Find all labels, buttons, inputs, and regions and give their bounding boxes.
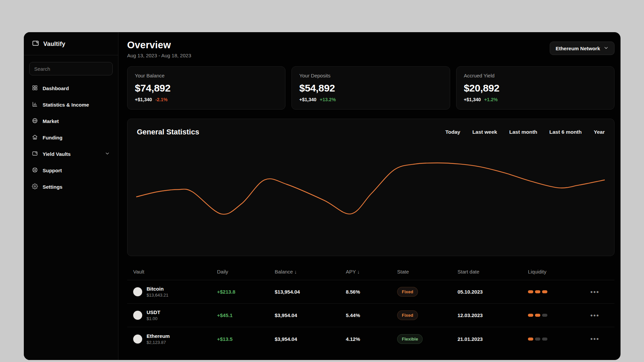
- stat-label: Accrued Yield: [464, 73, 607, 78]
- sidebar-item-label: Dashboard: [43, 85, 69, 91]
- sidebar-item-support[interactable]: Support: [24, 162, 118, 179]
- table-row-ethereum[interactable]: Ethereum $2,123.87 +$13.5 $3,954.04 4.12…: [127, 327, 614, 351]
- filter-last-week[interactable]: Last week: [472, 129, 497, 135]
- apy-value: 8.56%: [346, 289, 397, 295]
- liquidity-indicator: [528, 338, 590, 341]
- filter-last-month[interactable]: Last month: [509, 129, 537, 135]
- stat-delta: +$1,340: [464, 97, 481, 102]
- stat-card-accrued-yield: Accrued Yield $20,892 +$1,340 +1.2%: [456, 66, 614, 110]
- liquidity-pill-inactive: [542, 338, 547, 341]
- liquidity-pill-active: [542, 290, 547, 293]
- date-range: Aug 13, 2023 - Aug 18, 2023: [127, 53, 191, 58]
- coin-name: Ethereum: [147, 333, 170, 339]
- sidebar-item-label: Settings: [43, 184, 62, 190]
- chevron-down-icon: [603, 45, 609, 52]
- filter-today[interactable]: Today: [445, 129, 461, 135]
- page-title: Overview: [127, 40, 191, 51]
- general-statistics-panel: General Statistics Today Last week Last …: [127, 119, 614, 256]
- liquidity-pill-inactive: [535, 338, 540, 341]
- liquidity-indicator: [528, 314, 590, 317]
- start-date-value: 21.01.2023: [458, 336, 528, 342]
- daily-value: +$13.5: [217, 336, 275, 342]
- stat-delta: +$1,340: [135, 97, 152, 102]
- coin-name: Bitcoin: [147, 286, 168, 292]
- liquidity-pill-active: [535, 290, 540, 293]
- time-filters: Today Last week Last month Last 6 month …: [445, 129, 605, 135]
- sidebar-item-settings[interactable]: Settings: [24, 179, 118, 195]
- coin-price: $2,123.87: [147, 340, 170, 345]
- row-actions-button[interactable]: •••: [590, 314, 614, 317]
- sidebar-item-statistics-income[interactable]: Statistics & Income: [24, 97, 118, 113]
- daily-value: +$45.1: [217, 312, 275, 318]
- stat-percent: -2.1%: [155, 97, 168, 102]
- balance-value: $3,954.04: [275, 312, 346, 318]
- sidebar-item-label: Yield Vaults: [43, 151, 71, 157]
- stat-value: $54,892: [299, 82, 442, 94]
- coin-price: $13,643.21: [147, 293, 168, 298]
- sidebar: Vaultify Dashboard: [24, 32, 118, 360]
- page-header: Overview Aug 13, 2023 - Aug 18, 2023 Eth…: [127, 40, 614, 58]
- sidebar-item-market[interactable]: Market: [24, 113, 118, 129]
- sidebar-item-dashboard[interactable]: Dashboard: [24, 80, 118, 97]
- column-header-balance[interactable]: Balance ↓: [275, 269, 346, 275]
- app-panel: Vaultify Dashboard: [24, 32, 621, 360]
- row-actions-button[interactable]: •••: [590, 337, 614, 341]
- column-header-daily[interactable]: Daily: [217, 269, 275, 275]
- start-date-value: 12.03.2023: [458, 312, 528, 318]
- sidebar-item-label: Market: [43, 118, 59, 124]
- search-input[interactable]: [34, 66, 108, 72]
- logo: Vaultify: [24, 32, 118, 55]
- state-badge: Flexible: [397, 334, 423, 344]
- row-actions-button[interactable]: •••: [590, 290, 614, 294]
- liquidity-indicator: [528, 290, 590, 293]
- column-header-start-date[interactable]: Start date: [458, 269, 528, 275]
- stat-card-balance: Your Balance $74,892 +$1,340 -2.1%: [127, 66, 285, 110]
- stat-cards-row: Your Balance $74,892 +$1,340 -2.1% Your …: [127, 66, 614, 110]
- sidebar-item-funding[interactable]: Funding: [24, 129, 118, 146]
- apy-value: 4.12%: [346, 336, 397, 342]
- daily-value: +$213.8: [217, 289, 275, 295]
- liquidity-pill-active: [528, 290, 533, 293]
- column-header-apy[interactable]: APY ↓: [346, 269, 397, 275]
- table-row-bitcoin[interactable]: Bitcoin $13,643.21 +$213.8 $13,954.04 8.…: [127, 280, 614, 304]
- statistics-line-chart: [136, 155, 605, 219]
- sort-down-icon: ↓: [357, 269, 360, 275]
- state-badge: Fixed: [397, 310, 418, 320]
- vaults-table: Vault Daily Balance ↓ APY ↓ State Start …: [127, 263, 614, 351]
- start-date-value: 05.10.2023: [458, 289, 528, 295]
- bar-chart-icon: [32, 101, 38, 108]
- stat-delta: +$1,340: [299, 97, 316, 102]
- stat-card-deposits: Your Deposits $54,892 +$1,340 +13.2%: [291, 66, 450, 110]
- coin-avatar: [133, 287, 142, 296]
- stat-label: Your Balance: [135, 73, 278, 78]
- coin-name: USDT: [147, 309, 160, 315]
- coin-price: $1.00: [147, 316, 160, 321]
- stat-value: $20,892: [464, 82, 607, 94]
- network-selector-button[interactable]: Ethereum Network: [550, 42, 614, 55]
- sidebar-item-label: Statistics & Income: [43, 102, 89, 108]
- chevron-down-icon[interactable]: [105, 151, 110, 157]
- sidebar-item-yield-vaults[interactable]: Yield Vaults: [24, 146, 118, 162]
- dashboard-grid-icon: [32, 85, 38, 92]
- filter-last-6-month[interactable]: Last 6 month: [549, 129, 582, 135]
- sidebar-item-label: Support: [43, 168, 62, 173]
- globe-icon: [32, 118, 38, 125]
- filter-year[interactable]: Year: [594, 129, 605, 135]
- column-header-vault[interactable]: Vault: [133, 269, 217, 275]
- life-buoy-icon: [32, 167, 38, 174]
- main-content: Overview Aug 13, 2023 - Aug 18, 2023 Eth…: [119, 32, 621, 360]
- table-row-usdt[interactable]: USDT $1.00 +$45.1 $3,954.04 5.44% Fixed …: [127, 304, 614, 327]
- house-icon: [32, 134, 38, 141]
- liquidity-pill-active: [528, 338, 533, 341]
- sidebar-nav: Dashboard Statistics & Income Market: [24, 80, 118, 195]
- column-header-state[interactable]: State: [397, 269, 458, 275]
- wallet-icon: [32, 150, 38, 158]
- stat-percent: +1.2%: [484, 97, 498, 102]
- table-header-row: Vault Daily Balance ↓ APY ↓ State Start …: [127, 263, 614, 280]
- search-box[interactable]: [29, 62, 113, 75]
- coin-avatar: [133, 335, 142, 344]
- coin-avatar: [133, 311, 142, 320]
- liquidity-pill-inactive: [542, 314, 547, 317]
- column-header-liquidity[interactable]: Liquidity: [528, 269, 590, 275]
- stat-value: $74,892: [135, 82, 278, 94]
